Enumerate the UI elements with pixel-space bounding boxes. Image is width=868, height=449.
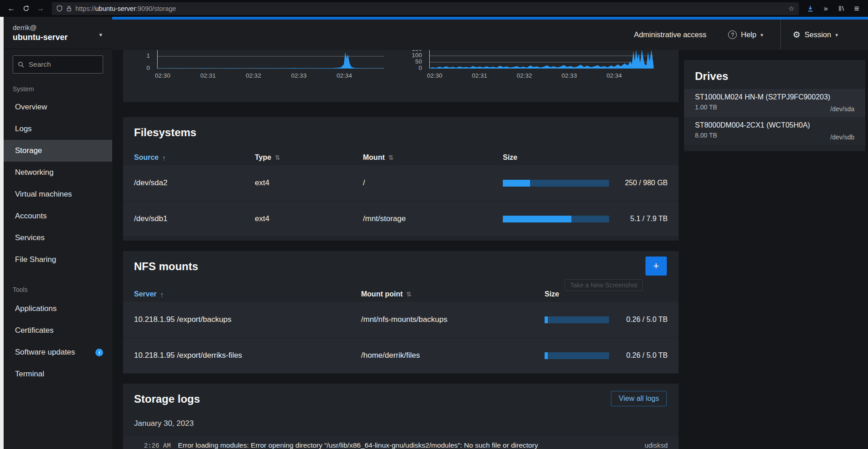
sort-icon: ⇅ <box>388 154 394 161</box>
host-name: ubuntu-server <box>13 33 103 42</box>
help-label: Help <box>741 30 756 39</box>
nfs-mount-point: /home/derrik/files <box>361 351 545 360</box>
browser-toolbar: ← → https://ubuntu-server:9090/storage ☆… <box>0 0 868 17</box>
administrative-access-button[interactable]: Administrative access <box>634 30 707 39</box>
chevron-down-icon: ▾ <box>760 32 763 38</box>
sidebar-item-certificates[interactable]: Certificates <box>4 320 112 341</box>
column-header-size[interactable]: Size <box>503 153 668 162</box>
drives-title: Drives <box>695 70 728 83</box>
library-icon <box>838 5 845 12</box>
column-header-server[interactable]: Server ↑ <box>134 290 361 298</box>
section-label-system: System <box>13 85 112 93</box>
storage-logs-card: Storage logs View all logs January 30, 2… <box>123 384 679 449</box>
fs-mount: / <box>363 178 503 187</box>
sidebar-item-virtual-machines[interactable]: Virtual machines <box>4 183 112 205</box>
view-all-logs-button[interactable]: View all logs <box>611 391 667 406</box>
usage-progress-bar <box>503 216 609 222</box>
column-header-mount-point[interactable]: Mount point ⇅ <box>361 290 545 298</box>
bookmark-star-icon[interactable]: ☆ <box>789 5 794 13</box>
sidebar-item-overview[interactable]: Overview <box>4 96 112 118</box>
log-date: January 30, 2023 <box>134 419 679 428</box>
lock-icon[interactable] <box>66 5 72 12</box>
sidebar-item-applications[interactable]: Applications <box>4 298 112 320</box>
nfs-server: 10.218.1.95 /export/derriks-files <box>134 351 361 360</box>
nfs-size-text: 0.26 / 5.0 TB <box>609 351 668 360</box>
sort-icon: ⇅ <box>407 291 412 298</box>
help-icon: ? <box>728 30 737 39</box>
nfs-row-derriks-files[interactable]: 10.218.1.95 /export/derriks-files /home/… <box>123 337 679 373</box>
storage-logs-title: Storage logs <box>134 393 200 405</box>
shield-icon[interactable] <box>56 5 63 12</box>
search-icon <box>18 61 25 68</box>
host-user: derrik@ <box>13 24 103 31</box>
chevron-down-icon: ▾ <box>99 31 102 38</box>
sort-ascending-icon: ↑ <box>160 291 164 298</box>
sidebar-item-terminal[interactable]: Terminal <box>4 363 112 385</box>
menu-button[interactable]: ≡ <box>850 2 863 15</box>
download-icon <box>807 5 814 12</box>
url-scheme: https:// <box>75 5 95 12</box>
window-edge <box>0 17 4 449</box>
back-button[interactable]: ← <box>5 2 18 15</box>
column-header-size[interactable]: Size <box>545 290 668 298</box>
sidebar-item-software-updates[interactable]: Software updates i <box>4 341 112 363</box>
session-menu[interactable]: ⚙ Session ▾ <box>780 20 850 50</box>
updates-info-badge: i <box>95 349 103 356</box>
sidebar-item-file-sharing[interactable]: File Sharing <box>4 249 112 271</box>
url-text: https://ubuntu-server:9090/storage <box>75 5 176 12</box>
forward-button[interactable]: → <box>34 2 47 15</box>
reload-button[interactable] <box>19 2 33 15</box>
sidebar-search[interactable] <box>13 55 103 74</box>
sidebar-item-storage[interactable]: Storage <box>4 140 112 162</box>
nfs-server: 10.218.1.95 /export/backups <box>134 315 361 324</box>
toolbar-overflow-button[interactable]: » <box>819 2 833 15</box>
fs-mount: /mnt/storage <box>363 214 503 223</box>
forward-icon: → <box>37 4 45 13</box>
drive-size: 8.00 TB <box>695 132 810 139</box>
filesystems-card: Filesystems Source ↑ Type ⇅ Mount ⇅ Size… <box>123 117 679 241</box>
gear-icon: ⚙ <box>793 30 800 40</box>
masthead-accent-bar <box>112 17 868 20</box>
add-nfs-mount-button[interactable]: + <box>645 257 667 276</box>
nfs-title: NFS mounts <box>134 260 198 273</box>
help-menu[interactable]: ? Help ▾ <box>728 30 763 39</box>
filesystem-row-sda2[interactable]: /dev/sda2 ext4 / 250 / 980 GB <box>123 165 679 201</box>
drive-row-sdb[interactable]: ST8000DM004-2CX1 (WCT05H0A) 8.00 TB /dev… <box>684 117 865 145</box>
session-label: Session <box>804 30 831 39</box>
drives-card: Drives ST1000LM024 HN-M (S2TPJ9FC900203)… <box>684 60 865 151</box>
sidebar-item-services[interactable]: Services <box>4 227 112 249</box>
masthead: Administrative access ? Help ▾ ⚙ Session… <box>112 20 868 50</box>
drive-row-sda[interactable]: ST1000LM024 HN-M (S2TPJ9FC900203) 1.00 T… <box>684 89 865 117</box>
filesystem-row-sdb1[interactable]: /dev/sdb1 ext4 /mnt/storage 5.1 / 7.9 TB <box>123 201 679 236</box>
fs-type: ext4 <box>255 178 363 187</box>
chart-x-axis-labels: 02:3002:3102:3202:3302:34 <box>429 72 654 80</box>
reload-icon <box>23 5 30 12</box>
drive-device: /dev/sdb <box>830 133 854 141</box>
toolbar-actions: » ≡ <box>804 2 863 15</box>
log-entry[interactable]: 2:26 AM Error loading modules: Error ope… <box>123 436 679 449</box>
sort-icon: ⇅ <box>275 154 280 161</box>
column-header-source[interactable]: Source ↑ <box>134 153 255 162</box>
url-bar[interactable]: https://ubuntu-server:9090/storage ☆ <box>52 2 799 15</box>
sidebar-item-logs[interactable]: Logs <box>4 118 112 140</box>
downloads-button[interactable] <box>804 2 817 15</box>
usage-progress-bar <box>545 316 609 323</box>
host-selector[interactable]: derrik@ ubuntu-server ▾ <box>4 17 112 49</box>
search-input[interactable] <box>29 60 119 69</box>
library-button[interactable] <box>834 2 848 15</box>
fs-size-text: 5.1 / 7.9 TB <box>609 215 668 223</box>
chevron-down-icon: ▾ <box>835 32 838 38</box>
column-header-type[interactable]: Type ⇅ <box>255 153 363 162</box>
column-header-mount[interactable]: Mount ⇅ <box>363 153 503 162</box>
sidebar-item-accounts[interactable]: Accounts <box>4 205 112 227</box>
nfs-mounts-card: NFS mounts + Take a New Screenshot Serve… <box>123 251 679 374</box>
section-label-tools: Tools <box>13 286 112 293</box>
filesystems-title: Filesystems <box>134 126 196 139</box>
chart-x-axis-labels: 02:3002:3102:3202:3302:34 <box>157 72 384 80</box>
nfs-size-text: 0.26 / 5.0 TB <box>609 316 668 324</box>
nfs-row-backups[interactable]: 10.218.1.95 /export/backups /mnt/nfs-mou… <box>123 302 679 337</box>
sidebar-item-networking[interactable]: Networking <box>4 162 112 183</box>
drive-name: ST8000DM004-2CX1 (WCT05H0A) <box>695 121 810 129</box>
usage-progress-bar <box>545 352 609 359</box>
log-service: udisksd <box>645 441 668 449</box>
